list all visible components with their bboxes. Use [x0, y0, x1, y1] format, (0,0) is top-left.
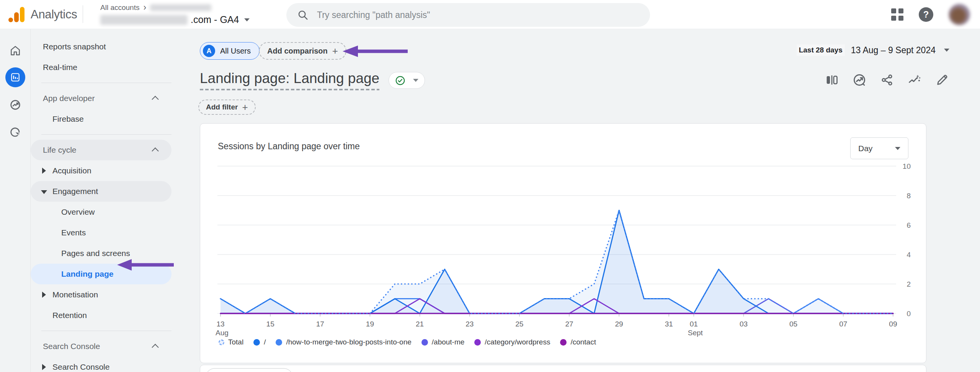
- edit-icon[interactable]: [934, 72, 950, 88]
- advertising-icon[interactable]: [5, 122, 25, 142]
- series-line-Total: [220, 210, 893, 314]
- global-search[interactable]: [286, 3, 650, 27]
- legend-dot-icon: [276, 339, 282, 346]
- svg-text:19: 19: [366, 320, 374, 328]
- chevron-up-icon[interactable]: [152, 147, 158, 154]
- svg-text:6: 6: [906, 221, 911, 229]
- sidebar-divider: [41, 331, 172, 331]
- expand-arrow-icon[interactable]: [42, 292, 46, 298]
- account-breadcrumb[interactable]: All accounts › .com - GA4: [100, 2, 250, 25]
- home-icon[interactable]: [5, 41, 25, 60]
- expand-arrow-icon[interactable]: [42, 168, 46, 174]
- sessions-chart-card: Sessions by Landing page over time Day 0…: [200, 123, 926, 363]
- add-filter-label: Add filter: [206, 103, 238, 111]
- legend-item[interactable]: /how-to-merge-two-blog-posts-into-one: [276, 338, 411, 346]
- date-caret-icon: [944, 49, 949, 52]
- sidebar-item-acquisition[interactable]: Acquisition: [31, 160, 172, 181]
- main-content: A All Users Add comparison + Last 28 day…: [175, 29, 980, 372]
- add-filter-button[interactable]: Add filter +: [198, 100, 256, 115]
- analytics-logo[interactable]: Analytics: [8, 6, 77, 23]
- svg-text:25: 25: [515, 320, 523, 328]
- annotation-arrow-add-comparison: [343, 45, 410, 58]
- date-range-picker[interactable]: Last 28 days 13 Aug – 9 Sept 2024: [797, 44, 949, 56]
- sidebar-section-life-cycle[interactable]: Life cycle: [31, 140, 172, 160]
- legend-item[interactable]: /category/wordpress: [474, 338, 550, 346]
- sidebar-item-retention[interactable]: Retention: [31, 305, 172, 326]
- legend-label: /category/wordpress: [485, 338, 550, 346]
- all-users-segment-chip[interactable]: A All Users: [200, 42, 260, 60]
- total-dashed-circle-icon: [219, 339, 224, 345]
- redacted-account-name: [150, 4, 211, 11]
- sidebar-item-label: Acquisition: [31, 166, 91, 175]
- sidebar-item-events[interactable]: Events: [31, 222, 172, 243]
- svg-text:27: 27: [565, 320, 573, 328]
- comparison-panel-icon[interactable]: [824, 72, 840, 88]
- svg-text:10: 10: [903, 162, 911, 170]
- sidebar-item-label: Events: [31, 228, 86, 237]
- svg-text:01: 01: [690, 320, 698, 328]
- breadcrumb-all-accounts[interactable]: All accounts: [100, 3, 139, 12]
- svg-text:Sept: Sept: [688, 329, 703, 337]
- badge-caret-icon: [413, 79, 418, 82]
- collapse-arrow-icon[interactable]: [41, 190, 47, 194]
- sidebar-section-app-developer[interactable]: App developer: [31, 88, 172, 109]
- search-input[interactable]: [317, 10, 631, 20]
- chevron-up-icon[interactable]: [152, 96, 158, 103]
- legend-label: Total: [228, 338, 243, 346]
- sidebar-item-real-time[interactable]: Real-time: [31, 57, 172, 78]
- check-circle-icon: [395, 75, 405, 86]
- property-suffix[interactable]: .com - GA4: [191, 14, 239, 25]
- expand-arrow-icon[interactable]: [42, 364, 46, 370]
- sidebar-item-label: Search Console: [31, 342, 100, 351]
- sidebar-item-label: Pages and screens: [31, 249, 130, 258]
- legend-item[interactable]: /: [253, 338, 266, 346]
- chevron-up-icon[interactable]: [152, 344, 158, 351]
- sidebar-item-overview[interactable]: Overview: [31, 202, 172, 222]
- property-caret-icon[interactable]: [244, 18, 250, 21]
- help-icon[interactable]: ?: [919, 7, 933, 22]
- apps-grid-icon[interactable]: [891, 8, 903, 21]
- annotation-arrow-landing-page: [117, 258, 175, 271]
- sidebar-item-search-console[interactable]: Search Console: [31, 357, 172, 372]
- interval-caret-icon: [895, 147, 900, 150]
- insights-icon[interactable]: [906, 72, 923, 88]
- svg-text:23: 23: [466, 320, 474, 328]
- chart-legend: Total//how-to-merge-two-blog-posts-into-…: [219, 338, 596, 346]
- plus-icon: +: [332, 45, 338, 57]
- segment-a-badge: A: [203, 45, 215, 57]
- nav-rail: [0, 29, 31, 372]
- sessions-line-chart[interactable]: 024681013Aug15171921232527293101Sept0305…: [200, 159, 927, 339]
- svg-text:29: 29: [615, 320, 623, 328]
- sidebar-item-reports-snapshot[interactable]: Reports snapshot: [31, 36, 172, 57]
- sidebar-divider: [41, 83, 172, 83]
- sidebar-item-engagement[interactable]: Engagement: [31, 181, 172, 202]
- series-line-root: [220, 210, 893, 314]
- legend-label: /: [264, 338, 266, 346]
- interval-select[interactable]: Day: [850, 137, 908, 159]
- explore-report-icon[interactable]: [851, 72, 867, 88]
- sidebar-item-label: App developer: [31, 94, 95, 103]
- sidebar-item-label: Real-time: [31, 63, 77, 72]
- page-title: Landing page: Landing page: [200, 70, 379, 90]
- svg-text:4: 4: [906, 251, 911, 259]
- legend-item[interactable]: Total: [219, 338, 243, 346]
- svg-text:07: 07: [839, 320, 847, 328]
- sidebar-item-firebase[interactable]: Firebase: [31, 109, 172, 129]
- redacted-property-name: [100, 15, 188, 25]
- all-users-label: All Users: [220, 47, 251, 55]
- legend-item[interactable]: /contact: [560, 338, 596, 346]
- user-avatar[interactable]: [949, 4, 970, 25]
- table-search-input[interactable]: [206, 368, 293, 372]
- share-icon[interactable]: [879, 72, 895, 88]
- sidebar-item-monetisation[interactable]: Monetisation: [31, 284, 172, 305]
- legend-label: /how-to-merge-two-blog-posts-into-one: [286, 338, 411, 346]
- explore-icon[interactable]: [5, 95, 25, 115]
- sidebar-section-search-console[interactable]: Search Console: [31, 336, 172, 357]
- interval-value: Day: [858, 144, 872, 153]
- add-comparison-button[interactable]: Add comparison +: [259, 42, 346, 60]
- svg-text:31: 31: [665, 320, 673, 328]
- svg-text:09: 09: [889, 320, 897, 328]
- data-quality-badge[interactable]: [389, 72, 425, 89]
- reports-icon[interactable]: [5, 67, 25, 87]
- legend-item[interactable]: /about-me: [421, 338, 465, 346]
